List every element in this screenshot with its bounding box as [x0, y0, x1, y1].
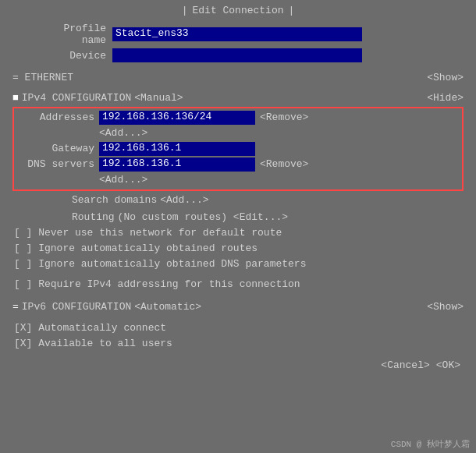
routing-label: Routing: [72, 211, 115, 223]
available-users-row: [X] Available to all users: [12, 336, 464, 351]
ethernet-label: = ETHERNET: [12, 72, 73, 83]
ipv6-show[interactable]: <Show>: [427, 301, 464, 313]
screen: | Edit Connection | Profile name Stacit_…: [0, 0, 476, 453]
gateway-label: Gateway: [20, 143, 94, 154]
routing-row: Routing (No custom routes) <Edit...>: [12, 210, 464, 225]
title-border-right: |: [289, 5, 295, 16]
dns-row: DNS servers 192.168.136.1 <Remove>: [20, 157, 456, 172]
available-users-checkbox[interactable]: [X] Available to all users: [14, 338, 172, 349]
addresses-add-row: <Add...>: [20, 126, 456, 140]
addresses-add[interactable]: <Add...>: [99, 127, 147, 139]
ignore-routes-checkbox[interactable]: [ ] Ignore automatically obtained routes: [14, 242, 258, 254]
ignore-dns-row: [ ] Ignore automatically obtained DNS pa…: [12, 257, 464, 271]
cancel-button[interactable]: <Cancel>: [381, 359, 429, 371]
ipv4-hide[interactable]: <Hide>: [427, 92, 464, 104]
auto-connect-checkbox[interactable]: [X] Automatically connect: [14, 322, 166, 334]
device-row: Device: [12, 48, 464, 63]
dns-label: DNS servers: [20, 158, 94, 170]
dns-remove[interactable]: <Remove>: [260, 158, 308, 170]
profile-name-input[interactable]: Stacit_ens33: [112, 27, 362, 41]
ok-button[interactable]: <OK>: [436, 359, 460, 371]
ipv6-bullet: =: [12, 301, 19, 313]
ipv6-config-label: IPv6 CONFIGURATION: [22, 301, 131, 313]
addresses-label: Addresses: [20, 111, 94, 123]
never-use-row: [ ] Never use this network for default r…: [12, 225, 464, 240]
dns-input[interactable]: 192.168.136.1: [99, 157, 255, 172]
dns-add[interactable]: <Add...>: [99, 174, 147, 186]
search-domains-row: Search domains <Add...>: [12, 193, 464, 207]
dns-add-row: <Add...>: [20, 172, 456, 187]
ipv6-header: = IPv6 CONFIGURATION <Automatic> <Show>: [12, 299, 464, 314]
addresses-input[interactable]: 192.168.136.136/24: [99, 111, 255, 125]
device-input[interactable]: [112, 48, 362, 62]
window-title: Edit Connection: [187, 5, 288, 16]
never-use-checkbox[interactable]: [ ] Never use this network for default r…: [14, 227, 282, 239]
ipv6-mode[interactable]: <Automatic>: [134, 301, 201, 313]
addresses-row: Addresses 192.168.136.136/24 <Remove>: [20, 110, 456, 125]
title-border-left: |: [182, 5, 188, 16]
require-ipv4-row: [ ] Require IPv4 addressing for this con…: [12, 277, 464, 292]
auto-connect-row: [X] Automatically connect: [12, 320, 464, 335]
ipv4-bullet: ■: [12, 92, 19, 104]
routing-value[interactable]: (No custom routes) <Edit...>: [118, 211, 288, 223]
profile-name-label: Profile name: [36, 23, 106, 46]
require-ipv4-checkbox[interactable]: [ ] Require IPv4 addressing for this con…: [14, 278, 300, 290]
ignore-dns-checkbox[interactable]: [ ] Ignore automatically obtained DNS pa…: [14, 258, 306, 270]
ipv4-config-label: IPv4 CONFIGURATION: [22, 92, 131, 104]
search-domains-label: Search domains: [72, 194, 157, 206]
ipv4-mode[interactable]: <Manual>: [134, 92, 183, 104]
profile-name-row: Profile name Stacit_ens33: [12, 23, 464, 46]
title-bar: | Edit Connection |: [0, 0, 476, 19]
watermark: CSDN @ 秋叶梦人霜: [391, 438, 470, 450]
gateway-row: Gateway 192.168.136.1: [20, 141, 456, 156]
main-content: Profile name Stacit_ens33 Device = ETHER…: [0, 19, 476, 374]
ignore-routes-row: [ ] Ignore automatically obtained routes: [12, 241, 464, 256]
addresses-remove[interactable]: <Remove>: [260, 111, 308, 123]
ipv4-config-box: Addresses 192.168.136.136/24 <Remove> <A…: [12, 107, 464, 191]
search-domains-add[interactable]: <Add...>: [160, 194, 208, 206]
ethernet-show[interactable]: <Show>: [427, 72, 464, 83]
gateway-input[interactable]: 192.168.136.1: [99, 142, 255, 156]
device-label: Device: [36, 50, 106, 62]
ethernet-section: = ETHERNET <Show>: [12, 69, 464, 85]
action-buttons: <Cancel> <OK>: [12, 359, 464, 371]
ipv4-header: ■ IPv4 CONFIGURATION <Manual> <Hide>: [12, 90, 464, 105]
